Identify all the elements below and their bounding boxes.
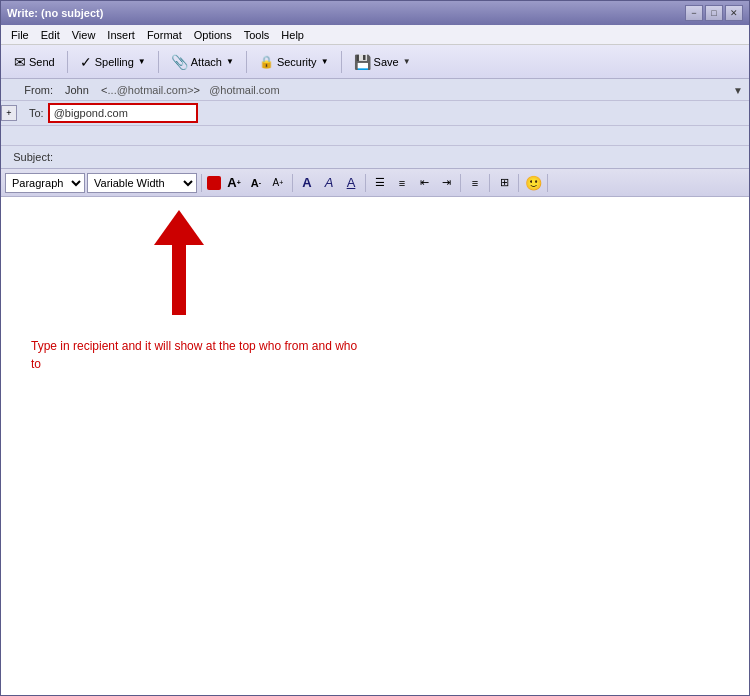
toolbar-sep-3: [246, 51, 247, 73]
menu-file[interactable]: File: [5, 27, 35, 43]
window-title: Write: (no subject): [7, 7, 103, 19]
security-button[interactable]: 🔒 Security ▼: [252, 49, 336, 75]
security-arrow-icon: ▼: [321, 57, 329, 66]
menu-edit[interactable]: Edit: [35, 27, 66, 43]
toolbar-sep-2: [158, 51, 159, 73]
font-color-button[interactable]: [207, 176, 221, 190]
save-button[interactable]: 💾 Save ▼: [347, 49, 418, 75]
from-email2: @hotmail.com: [209, 84, 279, 96]
format-toolbar: Paragraph Variable Width A+ A- A+ A A A …: [1, 169, 749, 197]
email-compose-window: Write: (no subject) − □ ✕ File Edit View…: [0, 0, 750, 696]
format-sep-2: [292, 174, 293, 192]
menu-options[interactable]: Options: [188, 27, 238, 43]
annotation-area: Type in recipient and it will show at th…: [31, 337, 739, 373]
subject-label: Subject:: [1, 151, 61, 163]
to-expand-button[interactable]: +: [1, 105, 17, 121]
title-bar: Write: (no subject) − □ ✕: [1, 1, 749, 25]
format-sep-1: [201, 174, 202, 192]
compose-content: Type in recipient and it will show at th…: [31, 207, 739, 685]
spelling-button[interactable]: ✓ Spelling ▼: [73, 49, 153, 75]
send-icon: ✉: [14, 54, 26, 70]
attach-arrow-icon: ▼: [226, 57, 234, 66]
menu-insert[interactable]: Insert: [101, 27, 141, 43]
cc-row: [1, 126, 749, 146]
save-arrow-icon: ▼: [403, 57, 411, 66]
from-label: From:: [1, 84, 61, 96]
ordered-list-button[interactable]: ≡: [392, 173, 412, 193]
attach-label: Attach: [191, 56, 222, 68]
to-field-container: [48, 103, 749, 123]
menu-format[interactable]: Format: [141, 27, 188, 43]
send-button[interactable]: ✉ Send: [7, 49, 62, 75]
to-input[interactable]: [48, 103, 198, 123]
main-toolbar: ✉ Send ✓ Spelling ▼ 📎 Attach ▼ 🔒 Securit…: [1, 45, 749, 79]
from-name: John: [65, 84, 89, 96]
spelling-arrow-icon: ▼: [138, 57, 146, 66]
send-label: Send: [29, 56, 55, 68]
bold-button[interactable]: A: [297, 173, 317, 193]
minimize-button[interactable]: −: [685, 5, 703, 21]
window-controls: − □ ✕: [685, 5, 743, 21]
save-icon: 💾: [354, 54, 371, 70]
underline-button[interactable]: A: [341, 173, 361, 193]
save-label: Save: [374, 56, 399, 68]
spelling-label: Spelling: [95, 56, 134, 68]
to-row: + To:: [1, 101, 749, 126]
decrease-font-a-button[interactable]: A-: [246, 173, 266, 193]
to-label: To:: [21, 107, 48, 119]
align-button[interactable]: ≡: [465, 173, 485, 193]
format-sep-5: [489, 174, 490, 192]
toolbar-sep-1: [67, 51, 68, 73]
close-button[interactable]: ✕: [725, 5, 743, 21]
from-email1: ...@hotmail.com>: [108, 84, 194, 96]
format-sep-6: [518, 174, 519, 192]
maximize-button[interactable]: □: [705, 5, 723, 21]
compose-area[interactable]: Type in recipient and it will show at th…: [1, 197, 749, 695]
format-sep-7: [547, 174, 548, 192]
subject-row: Subject:: [1, 146, 749, 168]
emoji-button[interactable]: 🙂: [523, 173, 543, 193]
email-header-area: From: John <...@hotmail.com>> @hotmail.c…: [1, 79, 749, 169]
toolbar-sep-4: [341, 51, 342, 73]
insert-table-button[interactable]: ⊞: [494, 173, 514, 193]
paragraph-style-select[interactable]: Paragraph: [5, 173, 85, 193]
attach-button[interactable]: 📎 Attach ▼: [164, 49, 241, 75]
format-sep-3: [365, 174, 366, 192]
font-select[interactable]: Variable Width: [87, 173, 197, 193]
spelling-icon: ✓: [80, 54, 92, 70]
unordered-list-button[interactable]: ☰: [370, 173, 390, 193]
menu-tools[interactable]: Tools: [238, 27, 276, 43]
indent-button[interactable]: ⇥: [436, 173, 456, 193]
menu-help[interactable]: Help: [275, 27, 310, 43]
security-icon: 🔒: [259, 55, 274, 69]
menu-bar: File Edit View Insert Format Options Too…: [1, 25, 749, 45]
from-value: John <...@hotmail.com>> @hotmail.com: [61, 83, 749, 97]
from-dropdown-icon[interactable]: ▼: [733, 84, 743, 95]
outdent-button[interactable]: ⇤: [414, 173, 434, 193]
attach-icon: 📎: [171, 54, 188, 70]
menu-view[interactable]: View: [66, 27, 102, 43]
annotation-text: Type in recipient and it will show at th…: [31, 337, 739, 373]
superscript-button[interactable]: A+: [268, 173, 288, 193]
format-sep-4: [460, 174, 461, 192]
from-row: From: John <...@hotmail.com>> @hotmail.c…: [1, 79, 749, 101]
subject-input[interactable]: [61, 150, 749, 164]
increase-font-button[interactable]: A+: [224, 173, 244, 193]
italic-button[interactable]: A: [319, 173, 339, 193]
security-label: Security: [277, 56, 317, 68]
